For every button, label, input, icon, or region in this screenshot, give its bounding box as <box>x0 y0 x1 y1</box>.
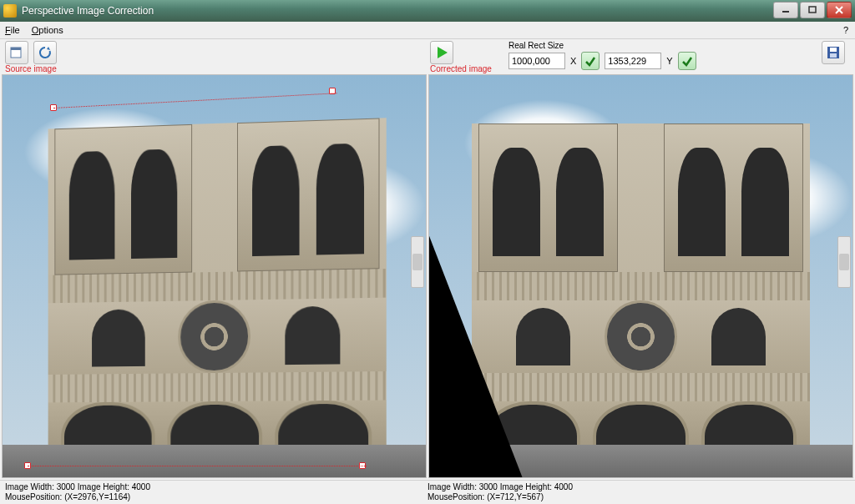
app-title: Perspective Image Correction <box>22 5 154 17</box>
arch-window <box>92 309 145 367</box>
rose-window <box>605 300 677 373</box>
toolbar-right: Corrected image Real Rect Size X Y <box>430 41 850 70</box>
svg-rect-9 <box>830 53 837 58</box>
menu-file[interactable]: File <box>5 25 20 35</box>
status-mouse-pos-left: MousePosition: (X=2976,Y=1164) <box>5 492 428 502</box>
building-facade <box>472 123 811 477</box>
selection-edge[interactable] <box>28 466 367 466</box>
save-button[interactable] <box>822 41 845 64</box>
towers-row <box>48 118 386 275</box>
source-image-view[interactable] <box>3 75 426 477</box>
save-icon <box>826 45 841 60</box>
tower-right <box>664 123 803 272</box>
toolbar: Source image Corrected image Real Rect S… <box>0 39 855 74</box>
refresh-icon <box>38 45 53 60</box>
maximize-button[interactable] <box>800 2 825 18</box>
real-rect-size-row: X Y <box>508 52 696 70</box>
building-facade <box>48 118 386 477</box>
rose-window-row <box>472 300 811 373</box>
image-panes <box>0 74 855 480</box>
svg-marker-6 <box>438 47 448 58</box>
rose-window <box>178 300 250 373</box>
arch-window <box>711 308 766 366</box>
gallery-band <box>48 371 386 402</box>
confirm-y-button[interactable] <box>678 52 696 70</box>
tower-left <box>478 123 618 272</box>
open-file-icon <box>9 45 24 60</box>
status-image-size-right: Image Width: 3000 Image Height: 4000 <box>428 482 850 492</box>
open-file-button[interactable] <box>5 41 28 64</box>
status-left: Image Width: 3000 Image Height: 4000 Mou… <box>5 482 428 504</box>
run-icon <box>434 45 449 60</box>
corrected-image-label: Corrected image <box>430 64 492 73</box>
scrollbar-thumb[interactable] <box>412 254 422 270</box>
app-icon <box>3 4 17 18</box>
source-image-label: Source image <box>5 64 57 73</box>
gallery-band <box>472 373 811 401</box>
vertical-scrollbar[interactable] <box>837 236 851 288</box>
scrollbar-thumb[interactable] <box>839 254 849 270</box>
refresh-button[interactable] <box>33 41 57 64</box>
tower-right <box>237 118 379 271</box>
confirm-x-button[interactable] <box>581 52 600 70</box>
titlebar[interactable]: Perspective Image Correction <box>0 0 855 22</box>
maximize-icon <box>808 6 817 14</box>
real-rect-size-group: Real Rect Size X Y <box>508 41 696 70</box>
toolbar-left: Source image <box>5 41 425 64</box>
status-right: Image Width: 3000 Image Height: 4000 Mou… <box>428 482 850 504</box>
rose-window-row <box>48 298 386 375</box>
confirm-check-icon <box>584 55 596 67</box>
run-button[interactable] <box>430 41 453 64</box>
app-window: Perspective Image Correction File Option… <box>0 0 855 504</box>
rect-y-axis-label: Y <box>666 56 672 66</box>
status-mouse-pos-right: MousePosition: (X=712,Y=567) <box>428 492 850 502</box>
svg-rect-1 <box>809 7 816 13</box>
towers-row <box>472 123 811 272</box>
corrected-pane <box>428 74 853 478</box>
menu-help[interactable]: ? <box>843 25 848 35</box>
close-button[interactable] <box>827 2 852 18</box>
window-controls <box>773 2 852 18</box>
svg-rect-5 <box>11 48 21 50</box>
svg-rect-8 <box>830 48 837 52</box>
rect-x-axis-label: X <box>570 56 576 66</box>
status-image-size-left: Image Width: 3000 Image Height: 4000 <box>5 482 428 492</box>
status-bar: Image Width: 3000 Image Height: 4000 Mou… <box>0 480 855 504</box>
arch-window <box>285 305 340 365</box>
gallery-band <box>472 272 811 300</box>
rect-y-input[interactable] <box>605 53 661 69</box>
corrected-image-view[interactable] <box>429 75 852 477</box>
minimize-icon <box>782 6 790 14</box>
rect-x-input[interactable] <box>508 53 565 69</box>
vertical-scrollbar[interactable] <box>411 236 424 288</box>
menubar: File Options ? <box>0 22 855 39</box>
close-icon <box>835 6 843 14</box>
minimize-button[interactable] <box>773 2 798 18</box>
confirm-check-icon <box>681 55 693 67</box>
source-pane <box>2 74 427 478</box>
tower-left <box>54 124 191 275</box>
real-rect-size-label: Real Rect Size <box>508 41 696 50</box>
arch-window <box>516 308 570 366</box>
menu-options[interactable]: Options <box>32 25 63 35</box>
